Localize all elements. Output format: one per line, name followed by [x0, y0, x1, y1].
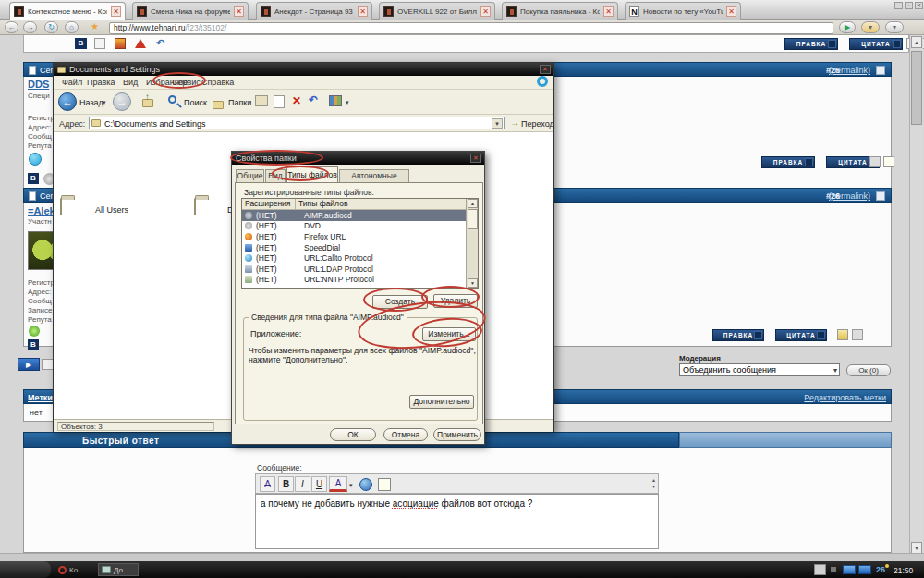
- scroll-up-icon[interactable]: ▲: [911, 36, 922, 48]
- scroll-up-icon[interactable]: ▲: [468, 199, 478, 208]
- menu-file[interactable]: Файл: [62, 78, 82, 87]
- edit-button[interactable]: ПРАВКА: [712, 329, 764, 341]
- tab-close-icon[interactable]: ✕: [603, 6, 614, 17]
- back-icon[interactable]: ←: [58, 92, 77, 111]
- page-scrollbar[interactable]: ▲ ▼: [909, 35, 923, 555]
- notepad-icon[interactable]: [883, 156, 894, 167]
- lock-icon[interactable]: [869, 156, 881, 167]
- dialog-close-icon[interactable]: ✕: [470, 154, 481, 163]
- post26-username-link[interactable]: =Alek: [28, 205, 55, 216]
- folder-all-users-icon[interactable]: [60, 198, 62, 215]
- views-icon[interactable]: [329, 95, 342, 106]
- up-folder-icon[interactable]: ↑: [142, 94, 155, 105]
- vb-profile-icon[interactable]: В: [28, 173, 39, 184]
- underline-button[interactable]: U: [311, 476, 327, 492]
- list-row[interactable]: (НЕТ) URL:NNTP Protocol: [242, 275, 478, 286]
- url-input[interactable]: http://www.tehnari.ru/f23/t35102/: [109, 22, 833, 34]
- insert-link-globe-icon[interactable]: [359, 478, 372, 491]
- file-types-list[interactable]: Расширения Типы файлов (НЕТ) AIMP.audioc…: [241, 198, 479, 289]
- vb-profile-icon[interactable]: В: [28, 339, 39, 350]
- insert-image-icon[interactable]: [378, 478, 391, 491]
- edit-button[interactable]: ПРАВКА: [784, 38, 838, 50]
- taskbar-item-explorer[interactable]: До...: [98, 563, 139, 576]
- bookmark-star-icon[interactable]: ★: [91, 21, 99, 31]
- moderation-select[interactable]: Объединить сообщения ▾: [679, 363, 840, 376]
- address-input[interactable]: C:\Documents and Settings ▾: [89, 117, 505, 129]
- undo-icon[interactable]: ↶: [309, 93, 318, 106]
- apply-button[interactable]: Применить: [433, 428, 481, 441]
- go-arrow-icon[interactable]: →: [510, 117, 519, 128]
- go-icon[interactable]: ▶: [839, 21, 856, 33]
- language-indicator-icon[interactable]: [814, 564, 826, 575]
- tags-header[interactable]: Метки: [28, 393, 53, 402]
- post25-permalink-link[interactable]: (permalink): [829, 66, 870, 75]
- quote-button[interactable]: ЦИТАТА: [849, 38, 903, 50]
- list-row[interactable]: (НЕТ) Firefox URL: [242, 231, 478, 242]
- move-to-icon[interactable]: [255, 95, 268, 106]
- scrollbar-thumb[interactable]: [911, 51, 922, 125]
- browser-tab-5[interactable]: Покупка паяльника - Комп… ✕: [502, 2, 618, 20]
- network-icon[interactable]: [843, 565, 856, 574]
- edit-pencil-icon[interactable]: [837, 329, 848, 340]
- weather-temp[interactable]: 26: [876, 565, 885, 574]
- vb-profile-icon[interactable]: В: [75, 38, 87, 49]
- message-textarea[interactable]: а почему не добавить нужные асоциацие фа…: [255, 494, 659, 549]
- italic-button[interactable]: I: [295, 476, 310, 492]
- home-icon[interactable]: ⌂: [65, 21, 79, 33]
- delete-icon[interactable]: ✕: [292, 94, 301, 107]
- back-icon[interactable]: ←: [5, 21, 18, 33]
- list-row[interactable]: (НЕТ) DVD: [242, 221, 478, 232]
- scrollbar-thumb[interactable]: [468, 209, 478, 229]
- forward-icon[interactable]: →: [113, 92, 131, 111]
- chevron-down-icon[interactable]: ▾: [346, 99, 349, 106]
- ok-button[interactable]: ОК: [330, 428, 376, 441]
- tools-wrench-icon[interactable]: ▾: [885, 21, 904, 33]
- post26-permalink-link[interactable]: (permalink): [829, 191, 870, 201]
- post-select-icon[interactable]: [876, 191, 885, 201]
- close-icon[interactable]: ✕: [915, 2, 923, 9]
- notes-panel-icon[interactable]: ▾: [861, 21, 880, 33]
- maximize-icon[interactable]: ▫: [905, 2, 913, 9]
- start-button[interactable]: [0, 561, 51, 578]
- folder-default-user-icon[interactable]: [194, 198, 196, 215]
- tab-close-icon[interactable]: ✕: [111, 6, 121, 17]
- edit-tags-link[interactable]: Редактировать метки: [804, 393, 886, 402]
- report-card-icon[interactable]: [115, 38, 126, 49]
- reload-icon[interactable]: ↻: [44, 21, 58, 33]
- tab-close-icon[interactable]: ✕: [358, 6, 368, 17]
- warning-icon[interactable]: [135, 39, 146, 48]
- go-label[interactable]: Переход: [521, 119, 554, 129]
- lock-icon[interactable]: [852, 329, 863, 340]
- quickreply-header-right[interactable]: [679, 432, 892, 448]
- list-row[interactable]: (НЕТ) SpeedDial: [242, 242, 478, 253]
- address-dropdown-icon[interactable]: ▾: [492, 118, 503, 129]
- edit-button[interactable]: ПРАВКА: [761, 156, 815, 168]
- search-icon[interactable]: [168, 95, 176, 104]
- post25-username-link[interactable]: DDS: [28, 79, 49, 90]
- bold-button[interactable]: B: [278, 476, 294, 492]
- taskbar-item-browser[interactable]: Ко...: [55, 563, 94, 576]
- browser-tab-2[interactable]: Смена Ника на форуме - Ко… ✕: [132, 2, 249, 20]
- tab-close-icon[interactable]: ✕: [234, 6, 244, 17]
- reply-arrows-icon[interactable]: ↶: [156, 37, 164, 49]
- menu-view[interactable]: Вид: [123, 78, 138, 87]
- skype-icon[interactable]: [29, 153, 42, 166]
- tray-icon[interactable]: [831, 567, 836, 572]
- minimize-icon[interactable]: –: [894, 2, 903, 9]
- list-row-selected[interactable]: (НЕТ) AIMP.audiocd: [242, 210, 478, 221]
- explorer-close-icon[interactable]: ✕: [540, 65, 551, 74]
- pm-icon[interactable]: [94, 38, 105, 49]
- advanced-button[interactable]: Дополнительно: [409, 395, 474, 409]
- moderation-ok-button[interactable]: Ок (0): [846, 364, 891, 376]
- list-scrollbar[interactable]: ▲ ▼: [466, 199, 478, 288]
- menu-edit[interactable]: Правка: [87, 78, 115, 87]
- network-icon-2[interactable]: [858, 565, 871, 574]
- tab-close-icon[interactable]: ✕: [480, 6, 491, 17]
- post-select-icon[interactable]: [876, 66, 885, 75]
- browser-tab-6[interactable]: N Новости по тегу «YouTube»… ✕: [625, 2, 741, 20]
- folders-icon[interactable]: [213, 96, 224, 113]
- chevron-down-icon[interactable]: ▾: [349, 482, 353, 489]
- tab-offline-files[interactable]: Автономные файлы: [339, 169, 409, 182]
- forward-icon[interactable]: →: [23, 21, 37, 33]
- list-row[interactable]: (НЕТ) URL:Callto Protocol: [242, 252, 478, 264]
